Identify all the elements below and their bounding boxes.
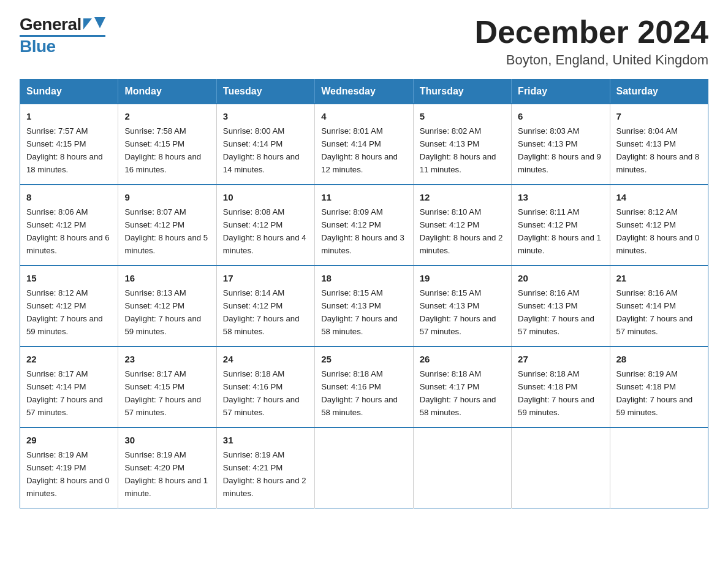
day-number: 28: [616, 352, 702, 366]
day-number: 11: [321, 190, 406, 204]
calendar-day-cell: 15Sunrise: 8:12 AMSunset: 4:12 PMDayligh…: [20, 266, 118, 347]
day-number: 17: [223, 271, 308, 285]
cell-info: Sunrise: 8:07 AMSunset: 4:12 PMDaylight:…: [124, 207, 208, 255]
cell-info: Sunrise: 8:18 AMSunset: 4:16 PMDaylight:…: [223, 369, 300, 417]
cell-info: Sunrise: 8:01 AMSunset: 4:14 PMDaylight:…: [321, 126, 398, 174]
day-number: 8: [26, 190, 112, 204]
calendar-day-header: Thursday: [413, 80, 511, 104]
day-number: 9: [124, 190, 210, 204]
calendar-table: SundayMondayTuesdayWednesdayThursdayFrid…: [20, 79, 708, 508]
cell-info: Sunrise: 8:13 AMSunset: 4:12 PMDaylight:…: [124, 288, 201, 336]
calendar-day-cell: 10Sunrise: 8:08 AMSunset: 4:12 PMDayligh…: [216, 185, 314, 266]
cell-info: Sunrise: 8:15 AMSunset: 4:13 PMDaylight:…: [321, 288, 398, 336]
title-block: December 2024 Boyton, England, United Ki…: [474, 15, 708, 68]
calendar-day-cell: 16Sunrise: 8:13 AMSunset: 4:12 PMDayligh…: [118, 266, 216, 347]
calendar-day-cell: 23Sunrise: 8:17 AMSunset: 4:15 PMDayligh…: [118, 347, 216, 427]
day-number: 22: [26, 352, 112, 366]
day-number: 15: [26, 271, 112, 285]
cell-info: Sunrise: 8:19 AMSunset: 4:21 PMDaylight:…: [223, 450, 306, 498]
day-number: 3: [223, 109, 308, 123]
calendar-day-header: Wednesday: [315, 80, 413, 104]
cell-info: Sunrise: 8:09 AMSunset: 4:12 PMDaylight:…: [321, 207, 404, 255]
calendar-week-row: 29Sunrise: 8:19 AMSunset: 4:19 PMDayligh…: [20, 427, 708, 508]
day-number: 13: [518, 190, 603, 204]
page-header: General Blue December 2024 Boyton, Engla…: [20, 15, 708, 68]
calendar-day-cell: [413, 427, 511, 508]
day-number: 2: [124, 109, 210, 123]
svg-marker-0: [94, 17, 105, 28]
logo-general-text: General: [20, 15, 82, 34]
calendar-day-header: Monday: [118, 80, 216, 104]
calendar-day-cell: 26Sunrise: 8:18 AMSunset: 4:17 PMDayligh…: [413, 347, 511, 427]
calendar-day-cell: 28Sunrise: 8:19 AMSunset: 4:18 PMDayligh…: [610, 347, 708, 427]
calendar-day-header: Friday: [512, 80, 610, 104]
cell-info: Sunrise: 8:12 AMSunset: 4:12 PMDaylight:…: [616, 207, 700, 255]
calendar-day-cell: 8Sunrise: 8:06 AMSunset: 4:12 PMDaylight…: [20, 185, 118, 266]
calendar-day-header: Sunday: [20, 80, 118, 104]
calendar-day-cell: 20Sunrise: 8:16 AMSunset: 4:13 PMDayligh…: [512, 266, 610, 347]
calendar-week-row: 8Sunrise: 8:06 AMSunset: 4:12 PMDaylight…: [20, 185, 708, 266]
cell-info: Sunrise: 7:57 AMSunset: 4:15 PMDaylight:…: [26, 126, 103, 174]
day-number: 25: [321, 352, 406, 366]
day-number: 18: [321, 271, 406, 285]
calendar-day-cell: 22Sunrise: 8:17 AMSunset: 4:14 PMDayligh…: [20, 347, 118, 427]
calendar-day-cell: 4Sunrise: 8:01 AMSunset: 4:14 PMDaylight…: [315, 104, 413, 185]
cell-info: Sunrise: 8:18 AMSunset: 4:16 PMDaylight:…: [321, 369, 398, 417]
cell-info: Sunrise: 8:11 AMSunset: 4:12 PMDaylight:…: [518, 207, 601, 255]
calendar-day-cell: 25Sunrise: 8:18 AMSunset: 4:16 PMDayligh…: [315, 347, 413, 427]
calendar-day-cell: 24Sunrise: 8:18 AMSunset: 4:16 PMDayligh…: [216, 347, 314, 427]
calendar-day-cell: 3Sunrise: 8:00 AMSunset: 4:14 PMDaylight…: [216, 104, 314, 185]
cell-info: Sunrise: 8:10 AMSunset: 4:12 PMDaylight:…: [420, 207, 503, 255]
day-number: 5: [420, 109, 505, 123]
day-number: 6: [518, 109, 603, 123]
calendar-day-cell: 7Sunrise: 8:04 AMSunset: 4:13 PMDaylight…: [610, 104, 708, 185]
calendar-day-cell: 13Sunrise: 8:11 AMSunset: 4:12 PMDayligh…: [512, 185, 610, 266]
calendar-week-row: 15Sunrise: 8:12 AMSunset: 4:12 PMDayligh…: [20, 266, 708, 347]
cell-info: Sunrise: 8:19 AMSunset: 4:18 PMDaylight:…: [616, 369, 693, 417]
calendar-day-cell: 9Sunrise: 8:07 AMSunset: 4:12 PMDaylight…: [118, 185, 216, 266]
cell-info: Sunrise: 8:19 AMSunset: 4:19 PMDaylight:…: [26, 450, 110, 498]
cell-info: Sunrise: 8:16 AMSunset: 4:13 PMDaylight:…: [518, 288, 594, 336]
cell-info: Sunrise: 8:18 AMSunset: 4:18 PMDaylight:…: [518, 369, 594, 417]
calendar-day-cell: 30Sunrise: 8:19 AMSunset: 4:20 PMDayligh…: [118, 427, 216, 508]
cell-info: Sunrise: 8:19 AMSunset: 4:20 PMDaylight:…: [124, 450, 208, 498]
logo-arrow-icon: [83, 17, 105, 32]
cell-info: Sunrise: 8:02 AMSunset: 4:13 PMDaylight:…: [420, 126, 496, 174]
day-number: 10: [223, 190, 308, 204]
cell-info: Sunrise: 8:14 AMSunset: 4:12 PMDaylight:…: [223, 288, 300, 336]
calendar-day-cell: 14Sunrise: 8:12 AMSunset: 4:12 PMDayligh…: [610, 185, 708, 266]
calendar-day-cell: 11Sunrise: 8:09 AMSunset: 4:12 PMDayligh…: [315, 185, 413, 266]
cell-info: Sunrise: 8:03 AMSunset: 4:13 PMDaylight:…: [518, 126, 601, 174]
calendar-day-cell: 18Sunrise: 8:15 AMSunset: 4:13 PMDayligh…: [315, 266, 413, 347]
day-number: 23: [124, 352, 210, 366]
calendar-day-cell: 19Sunrise: 8:15 AMSunset: 4:13 PMDayligh…: [413, 266, 511, 347]
cell-info: Sunrise: 8:04 AMSunset: 4:13 PMDaylight:…: [616, 126, 700, 174]
day-number: 27: [518, 352, 603, 366]
cell-info: Sunrise: 8:06 AMSunset: 4:12 PMDaylight:…: [26, 207, 110, 255]
day-number: 14: [616, 190, 702, 204]
day-number: 19: [420, 271, 505, 285]
cell-info: Sunrise: 8:17 AMSunset: 4:14 PMDaylight:…: [26, 369, 103, 417]
cell-info: Sunrise: 7:58 AMSunset: 4:15 PMDaylight:…: [124, 126, 201, 174]
day-number: 31: [223, 433, 308, 447]
calendar-day-cell: [315, 427, 413, 508]
calendar-title: December 2024: [474, 15, 708, 50]
day-number: 7: [616, 109, 702, 123]
calendar-day-cell: 6Sunrise: 8:03 AMSunset: 4:13 PMDaylight…: [512, 104, 610, 185]
day-number: 12: [420, 190, 505, 204]
calendar-day-cell: 1Sunrise: 7:57 AMSunset: 4:15 PMDaylight…: [20, 104, 118, 185]
calendar-day-cell: [512, 427, 610, 508]
cell-info: Sunrise: 8:00 AMSunset: 4:14 PMDaylight:…: [223, 126, 300, 174]
calendar-day-cell: 2Sunrise: 7:58 AMSunset: 4:15 PMDaylight…: [118, 104, 216, 185]
cell-info: Sunrise: 8:12 AMSunset: 4:12 PMDaylight:…: [26, 288, 103, 336]
day-number: 21: [616, 271, 702, 285]
calendar-subtitle: Boyton, England, United Kingdom: [474, 52, 708, 68]
calendar-week-row: 1Sunrise: 7:57 AMSunset: 4:15 PMDaylight…: [20, 104, 708, 185]
cell-info: Sunrise: 8:17 AMSunset: 4:15 PMDaylight:…: [124, 369, 201, 417]
calendar-day-cell: 5Sunrise: 8:02 AMSunset: 4:13 PMDaylight…: [413, 104, 511, 185]
day-number: 24: [223, 352, 308, 366]
cell-info: Sunrise: 8:15 AMSunset: 4:13 PMDaylight:…: [420, 288, 496, 336]
day-number: 4: [321, 109, 406, 123]
calendar-day-header: Tuesday: [216, 80, 314, 104]
cell-info: Sunrise: 8:08 AMSunset: 4:12 PMDaylight:…: [223, 207, 306, 255]
